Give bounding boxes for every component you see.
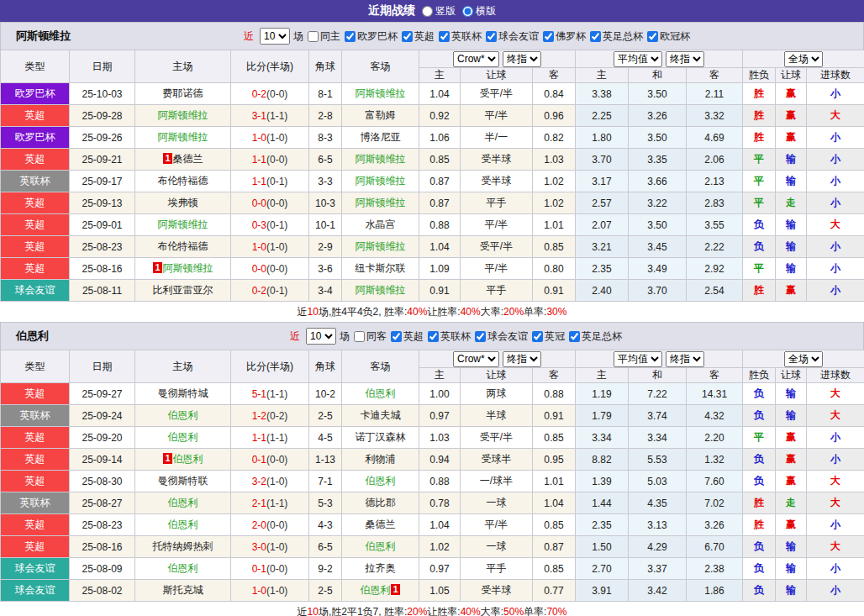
home-team[interactable]: 曼彻斯特城 <box>135 383 231 405</box>
result-subheader: 让球 <box>776 68 807 83</box>
score[interactable]: 3-0(1-0) <box>231 536 309 558</box>
home-team[interactable]: 布伦特福德 <box>135 171 231 192</box>
scope-1-select[interactable]: 全场 <box>784 351 823 367</box>
away-team[interactable]: 阿斯顿维拉 <box>342 83 419 105</box>
score[interactable]: 5-1(1-1) <box>231 383 309 405</box>
home-team[interactable]: 伯恩利 <box>135 514 231 536</box>
book-final-0-select[interactable]: 终指 <box>503 51 541 67</box>
league-filter-1-4-checkbox[interactable] <box>569 331 580 342</box>
home-team[interactable]: 1阿斯顿维拉 <box>135 258 231 280</box>
league-filter-0-6-checkbox[interactable] <box>647 31 658 42</box>
league-filter-0-4-checkbox[interactable] <box>543 31 554 42</box>
score[interactable]: 1-2(0-2) <box>231 405 309 427</box>
corners: 6-5 <box>309 536 342 558</box>
score[interactable]: 3-1(1-1) <box>231 105 309 127</box>
away-team[interactable]: 伯恩利 <box>342 471 419 492</box>
away-team[interactable]: 伯恩利 <box>342 536 419 558</box>
home-team[interactable]: 托特纳姆热刺 <box>135 536 231 558</box>
avg-home: 1.79 <box>576 405 629 427</box>
result-handicap: 输 <box>776 236 807 258</box>
score[interactable]: 0-1(0-0) <box>231 558 309 580</box>
book-0-select[interactable]: Crow* <box>453 51 499 67</box>
score[interactable]: 1-1(1-1) <box>231 427 309 449</box>
home-team[interactable]: 1桑德兰 <box>135 149 231 171</box>
away-team[interactable]: 水晶宫 <box>342 214 419 236</box>
avg-away: 2.20 <box>687 427 743 449</box>
home-team[interactable]: 埃弗顿 <box>135 192 231 214</box>
layout-radio-horizontal[interactable]: 横版 <box>462 4 496 18</box>
home-team[interactable]: 比利亚雷亚尔 <box>135 280 231 302</box>
away-team[interactable]: 卡迪夫城 <box>342 405 419 427</box>
league-filter-0-0-checkbox[interactable] <box>345 31 356 42</box>
away-team[interactable]: 阿斯顿维拉 <box>342 192 419 214</box>
score[interactable]: 0-0(0-0) <box>231 258 309 280</box>
layout-radio-vertical[interactable]: 竖版 <box>422 4 456 18</box>
score[interactable]: 0-2(0-1) <box>231 280 309 302</box>
away-team[interactable]: 桑德兰 <box>342 514 419 536</box>
away-team[interactable]: 阿斯顿维拉 <box>342 171 419 192</box>
score[interactable]: 0-2(0-0) <box>231 83 309 105</box>
score[interactable]: 1-1(0-0) <box>231 149 309 171</box>
away-team[interactable]: 利物浦 <box>342 449 419 471</box>
away-team[interactable]: 拉齐奥 <box>342 558 419 580</box>
match-date: 25-09-17 <box>70 171 135 192</box>
home-team[interactable]: 伯恩利 <box>135 492 231 514</box>
league-filter-0-2-checkbox[interactable] <box>439 31 450 42</box>
score[interactable]: 0-3(0-1) <box>231 214 309 236</box>
vertical-layout-radio[interactable] <box>422 6 433 17</box>
avg-final-0-select[interactable]: 终指 <box>666 51 704 67</box>
score[interactable]: 1-0(1-0) <box>231 580 309 602</box>
away-team[interactable]: 德比郡 <box>342 492 419 514</box>
away-team[interactable]: 阿斯顿维拉 <box>342 280 419 302</box>
match-date: 25-09-27 <box>70 383 135 405</box>
home-team[interactable]: 阿斯顿维拉 <box>135 214 231 236</box>
league-filter-0-5-checkbox[interactable] <box>590 31 601 42</box>
avg-final-1-select[interactable]: 终指 <box>666 351 704 367</box>
home-team[interactable]: 伯恩利 <box>135 558 231 580</box>
away-team[interactable]: 博洛尼亚 <box>342 127 419 149</box>
home-team[interactable]: 伯恩利 <box>135 427 231 449</box>
league-filter-1-3-checkbox[interactable] <box>532 331 543 342</box>
score[interactable]: 1-0(1-0) <box>231 127 309 149</box>
result-outcome: 胜 <box>743 492 776 514</box>
home-team[interactable]: 曼彻斯特联 <box>135 471 231 492</box>
score[interactable]: 2-0(0-0) <box>231 514 309 536</box>
same-venue-0-checkbox[interactable] <box>308 31 319 42</box>
book-1-select[interactable]: Crow* <box>453 351 499 367</box>
home-team[interactable]: 布伦特福德 <box>135 236 231 258</box>
same-venue-1-checkbox[interactable] <box>354 331 365 342</box>
avg-1-select[interactable]: 平均值 <box>614 351 662 367</box>
score[interactable]: 2-1(1-1) <box>231 492 309 514</box>
recent-count-0-select[interactable]: 10 <box>260 28 290 45</box>
league-filter-1-1-checkbox[interactable] <box>428 331 439 342</box>
away-team[interactable]: 伯恩利1 <box>342 580 419 602</box>
home-team[interactable]: 斯托克城 <box>135 580 231 602</box>
league-filter-1-0-checkbox[interactable] <box>391 331 402 342</box>
scope-0-select[interactable]: 全场 <box>784 51 823 67</box>
home-team[interactable]: 费耶诺德 <box>135 83 231 105</box>
home-team[interactable]: 1伯恩利 <box>135 449 231 471</box>
home-team[interactable]: 阿斯顿维拉 <box>135 127 231 149</box>
league-filter-0-1-checkbox[interactable] <box>402 31 413 42</box>
home-team[interactable]: 伯恩利 <box>135 405 231 427</box>
away-team[interactable]: 伯恩利 <box>342 383 419 405</box>
away-team[interactable]: 诺丁汉森林 <box>342 427 419 449</box>
score[interactable]: 0-0(0-0) <box>231 192 309 214</box>
league-filter-0-4-label: 佛罗杯 <box>556 29 586 44</box>
score[interactable]: 3-2(1-0) <box>231 471 309 492</box>
league-filter-0-3-checkbox[interactable] <box>486 31 497 42</box>
home-team[interactable]: 阿斯顿维拉 <box>135 105 231 127</box>
summary-segment: 让胜率: <box>427 605 460 616</box>
away-team[interactable]: 富勒姆 <box>342 105 419 127</box>
score[interactable]: 1-0(1-0) <box>231 236 309 258</box>
away-team[interactable]: 阿斯顿维拉 <box>342 236 419 258</box>
away-team[interactable]: 纽卡斯尔联 <box>342 258 419 280</box>
horizontal-layout-radio[interactable] <box>462 6 473 17</box>
recent-count-1-select[interactable]: 10 <box>306 328 336 345</box>
league-filter-1-2-checkbox[interactable] <box>475 331 486 342</box>
book-final-1-select[interactable]: 终指 <box>503 351 541 367</box>
avg-0-select[interactable]: 平均值 <box>614 51 662 67</box>
score[interactable]: 1-1(0-1) <box>231 171 309 192</box>
away-team[interactable]: 阿斯顿维拉 <box>342 149 419 171</box>
score[interactable]: 0-1(0-0) <box>231 449 309 471</box>
